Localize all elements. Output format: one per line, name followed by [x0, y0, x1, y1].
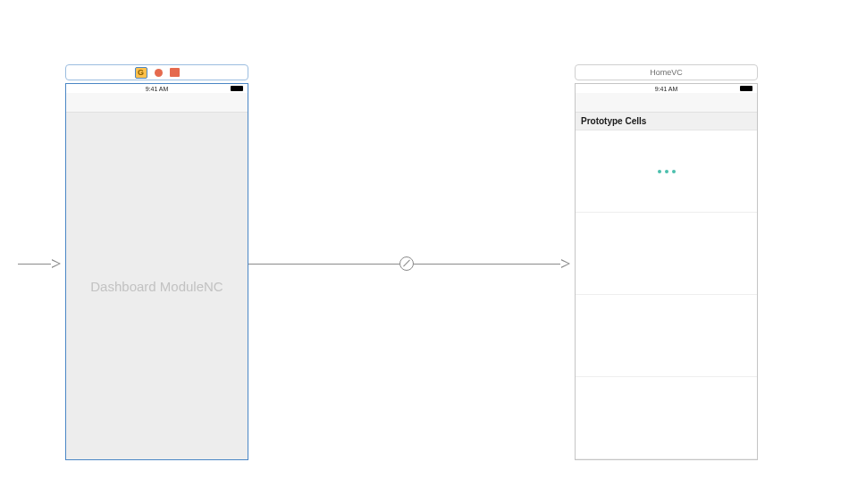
navigation-bar	[66, 93, 248, 113]
status-bar: 9:41 AM	[576, 84, 757, 93]
prototype-cells-header: Prototype Cells	[576, 113, 757, 130]
entry-arrow-line	[18, 264, 54, 265]
table-cell[interactable]	[576, 377, 757, 459]
status-time: 9:41 AM	[655, 86, 678, 92]
table-cell[interactable]	[576, 213, 757, 295]
phone-frame-home[interactable]: 9:41 AM Prototype Cells	[575, 83, 758, 460]
status-time: 9:41 AM	[146, 86, 169, 92]
scene-header-home[interactable]: HomeVC	[575, 64, 758, 80]
loading-dots-icon	[658, 170, 676, 173]
navigation-bar	[576, 93, 757, 113]
exit-icon[interactable]	[170, 68, 180, 77]
scene-header-icons: G	[135, 67, 180, 79]
phone-frame-dashboard[interactable]: 9:41 AM Dashboard ModuleNC	[65, 83, 248, 460]
scene-header-dashboard[interactable]: G	[65, 64, 248, 80]
content-area: Dashboard ModuleNC	[66, 113, 248, 459]
status-bar: 9:41 AM	[66, 84, 248, 93]
battery-icon	[740, 86, 752, 91]
table-cell[interactable]	[576, 295, 757, 377]
table-view[interactable]: Prototype Cells	[576, 113, 757, 459]
table-cell[interactable]	[576, 130, 757, 213]
battery-icon	[231, 86, 243, 91]
scene-title: HomeVC	[576, 68, 757, 77]
first-responder-icon[interactable]	[155, 69, 163, 77]
navigation-controller-icon[interactable]: G	[135, 67, 147, 79]
scene-dashboard[interactable]: G 9:41 AM Dashboard ModuleNC	[65, 64, 248, 460]
segue-icon[interactable]	[399, 256, 414, 271]
scene-home[interactable]: HomeVC 9:41 AM Prototype Cells	[575, 64, 758, 460]
placeholder-label: Dashboard ModuleNC	[90, 279, 223, 294]
